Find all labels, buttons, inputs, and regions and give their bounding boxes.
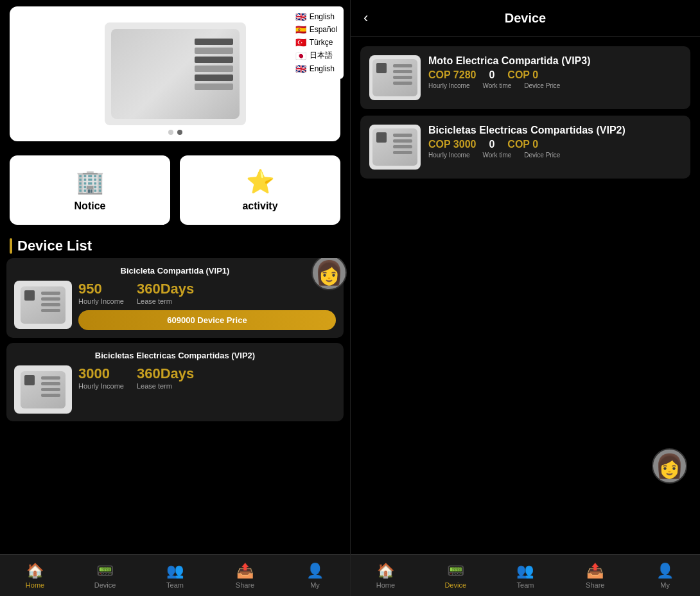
device-card-2-body: 3000 Hourly Income 360Days Lease term bbox=[14, 365, 336, 414]
right-price-label-2: Device Price bbox=[524, 152, 560, 159]
right-price-2: COP 0 bbox=[507, 139, 538, 150]
slot-6 bbox=[195, 83, 233, 90]
carousel-dot-2[interactable] bbox=[177, 130, 182, 135]
slot-4 bbox=[195, 66, 233, 72]
device-info-2: 3000 Hourly Income 360Days Lease term bbox=[78, 365, 336, 392]
team-icon-left: 👥 bbox=[166, 563, 184, 579]
share-icon-left: 📤 bbox=[236, 563, 254, 579]
activity-label: activity bbox=[242, 200, 277, 212]
right-device-title-2: Bicicletas Electricas Compartidas (VIP2) bbox=[428, 125, 681, 136]
device-stats-2: 3000 Hourly Income 360Days Lease term bbox=[78, 365, 336, 390]
notice-label: Notice bbox=[74, 200, 106, 212]
right-hourly-2: COP 3000 bbox=[428, 139, 476, 150]
slot-3 bbox=[195, 57, 233, 63]
right-hourly-label-2: Hourly Income bbox=[428, 152, 469, 159]
device-slots bbox=[195, 39, 233, 90]
device-thumb-2 bbox=[14, 365, 72, 414]
team-label-left: Team bbox=[166, 581, 184, 589]
lease-term-2: 360Days Lease term bbox=[137, 365, 194, 390]
device-icon-right: 📟 bbox=[447, 563, 464, 579]
team-icon-right: 👥 bbox=[516, 563, 534, 579]
right-avatar-emoji: 👩 bbox=[655, 453, 684, 480]
right-panel-title: Device bbox=[505, 11, 547, 26]
right-work-label-1: Work time bbox=[482, 82, 511, 89]
nav-my-right[interactable]: 👤 My bbox=[630, 555, 700, 596]
nav-device-left[interactable]: 📟 Device bbox=[70, 555, 140, 596]
lease-term-1: 360Days Lease term bbox=[137, 281, 194, 305]
device-label-left: Device bbox=[94, 581, 116, 589]
lang-english-2[interactable]: 🇬🇧 English bbox=[295, 62, 337, 75]
device-label-right: Device bbox=[444, 581, 466, 589]
right-device-card-vip2[interactable]: Bicicletas Electricas Compartidas (VIP2)… bbox=[360, 116, 690, 179]
share-icon-right: 📤 bbox=[586, 563, 604, 579]
lang-turkce[interactable]: 🇹🇷 Türkçe bbox=[295, 36, 337, 49]
device-image-inner bbox=[111, 29, 240, 119]
device-card-vip2[interactable]: Bicicletas Electricas Compartidas (VIP2)… bbox=[6, 343, 344, 421]
carousel-dot-1[interactable] bbox=[168, 130, 173, 135]
carousel-dots bbox=[168, 130, 182, 135]
nav-home-right[interactable]: 🏠 Home bbox=[351, 555, 421, 596]
nav-my-left[interactable]: 👤 My bbox=[280, 555, 350, 596]
nav-device-right[interactable]: 📟 Device bbox=[421, 555, 491, 596]
right-device-info-2: Bicicletas Electricas Compartidas (VIP2)… bbox=[428, 125, 681, 159]
language-dropdown[interactable]: 🇬🇧 English 🇪🇸 Español 🇹🇷 Türkçe 🇯🇵 日本語 🇬… bbox=[289, 6, 344, 79]
device-list-section: Device List bbox=[10, 238, 340, 254]
right-thumb-1 bbox=[369, 55, 421, 100]
title-bar-accent bbox=[10, 238, 12, 254]
right-header: ‹ Device bbox=[351, 0, 700, 37]
home-label-right: Home bbox=[376, 581, 395, 589]
lang-japanese[interactable]: 🇯🇵 日本語 bbox=[295, 49, 337, 62]
carousel-device-image bbox=[105, 22, 246, 125]
right-device-box-2 bbox=[372, 128, 417, 166]
home-icon-left: 🏠 bbox=[26, 563, 44, 579]
right-device-info-1: Moto Electrica Compartida (VIP3) COP 728… bbox=[428, 55, 681, 89]
home-icon-right: 🏠 bbox=[377, 563, 394, 579]
nav-share-right[interactable]: 📤 Share bbox=[560, 555, 630, 596]
nav-share-left[interactable]: 📤 Share bbox=[210, 555, 280, 596]
my-label-right: My bbox=[660, 581, 670, 589]
team-label-right: Team bbox=[517, 581, 534, 589]
device-price-btn-1[interactable]: 609000 Device Price bbox=[78, 310, 336, 330]
left-bottom-nav: 🏠 Home 📟 Device 👥 Team 📤 Share 👤 My bbox=[0, 554, 350, 596]
quick-actions: 🏢 Notice ⭐ activity bbox=[10, 155, 340, 225]
back-button[interactable]: ‹ bbox=[363, 10, 368, 26]
device-box-2 bbox=[21, 371, 66, 408]
my-icon-right: 👤 bbox=[656, 563, 674, 579]
support-avatar-1: 👩 bbox=[311, 258, 347, 290]
device-box-1 bbox=[21, 286, 66, 324]
right-work-label-2: Work time bbox=[482, 152, 511, 159]
right-stats-row-2: COP 3000 0 COP 0 bbox=[428, 139, 681, 150]
right-panel: ‹ Device Moto Electrica Compartida (VIP3… bbox=[350, 0, 700, 596]
notice-card[interactable]: 🏢 Notice bbox=[10, 155, 170, 225]
hourly-income-1: 950 Hourly Income bbox=[78, 281, 124, 305]
right-content: Moto Electrica Compartida (VIP3) COP 728… bbox=[351, 37, 700, 554]
right-labels-2: Hourly Income Work time Device Price bbox=[428, 152, 681, 159]
lang-espanol[interactable]: 🇪🇸 Español bbox=[295, 23, 337, 36]
device-info-1: 950 Hourly Income 360Days Lease term 609… bbox=[78, 281, 336, 330]
device-card-vip1[interactable]: 👩 Bicicleta Compartida (VIP1) 950 Hourly… bbox=[6, 258, 344, 338]
slot-1 bbox=[195, 39, 233, 45]
device-card-1-body: 950 Hourly Income 360Days Lease term 609… bbox=[14, 281, 336, 330]
right-hourly-1: COP 7280 bbox=[428, 69, 476, 81]
avatar-emoji-1: 👩 bbox=[315, 259, 344, 286]
lang-english-1[interactable]: 🇬🇧 English bbox=[295, 10, 337, 23]
right-worktime-1: 0 bbox=[489, 69, 494, 81]
activity-card[interactable]: ⭐ activity bbox=[180, 155, 340, 225]
nav-home-left[interactable]: 🏠 Home bbox=[0, 555, 70, 596]
right-bottom-nav: 🏠 Home 📟 Device 👥 Team 📤 Share 👤 My bbox=[351, 554, 700, 596]
nav-team-right[interactable]: 👥 Team bbox=[491, 555, 561, 596]
right-support-avatar[interactable]: 👩 bbox=[652, 448, 687, 484]
right-stats-row-1: COP 7280 0 COP 0 bbox=[428, 69, 681, 81]
home-label-left: Home bbox=[26, 581, 44, 589]
right-device-box-1 bbox=[372, 59, 417, 96]
device-card-1-title: Bicicleta Compartida (VIP1) bbox=[14, 266, 336, 276]
device-list-title: Device List bbox=[17, 238, 92, 254]
right-thumb-2 bbox=[369, 125, 421, 170]
hourly-income-2: 3000 Hourly Income bbox=[78, 365, 124, 390]
device-list: 👩 Bicicleta Compartida (VIP1) 950 Hourly… bbox=[0, 258, 350, 554]
activity-icon: ⭐ bbox=[246, 168, 275, 195]
device-thumb-1 bbox=[14, 281, 72, 329]
right-device-card-vip3[interactable]: Moto Electrica Compartida (VIP3) COP 728… bbox=[360, 46, 690, 109]
nav-team-left[interactable]: 👥 Team bbox=[140, 555, 210, 596]
right-price-label-1: Device Price bbox=[524, 82, 560, 89]
